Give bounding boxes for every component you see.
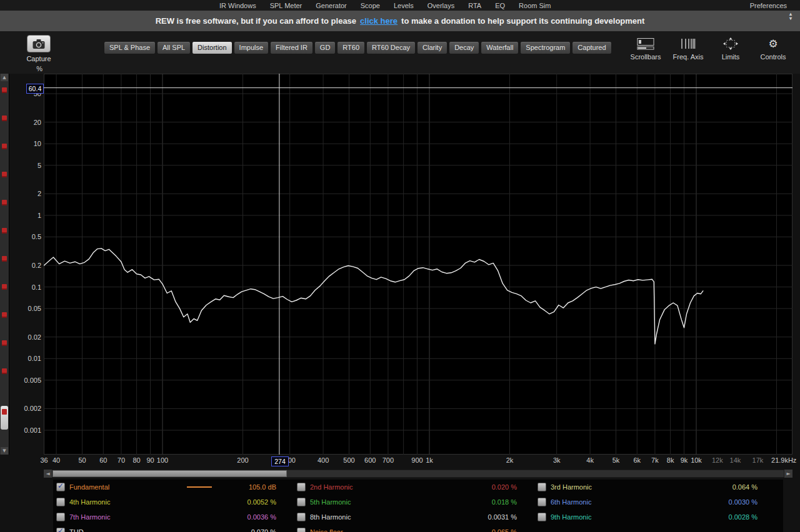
legend-checkbox-3rd-harmonic[interactable] bbox=[538, 483, 546, 491]
x-axis-label: 12k bbox=[712, 456, 723, 464]
legend-checkbox-2nd-harmonic[interactable] bbox=[297, 483, 306, 491]
tool-scrollbars[interactable]: Scrollbars bbox=[626, 36, 665, 61]
legend-label: 7th Harmonic bbox=[69, 513, 110, 521]
tab-decay[interactable]: Decay bbox=[449, 41, 479, 54]
tab-spectrogram[interactable]: Spectrogram bbox=[520, 41, 571, 54]
legend-label: 5th Harmonic bbox=[310, 498, 351, 506]
legend-line-swatch bbox=[187, 486, 212, 488]
left-scrollbar-thumb[interactable] bbox=[1, 406, 8, 430]
menu-item-generator[interactable]: Generator bbox=[309, 2, 354, 9]
donation-banner: REW is free software, but if you can aff… bbox=[0, 11, 800, 31]
legend-entry-thd: ✓THD0.070 % bbox=[53, 525, 294, 532]
x-axis-label: 1k bbox=[426, 456, 433, 464]
menu-item-rta[interactable]: RTA bbox=[461, 2, 488, 9]
legend-entry-4th-harmonic: 4th Harmonic0.0052 % bbox=[53, 495, 294, 510]
legend-checkbox-9th-harmonic[interactable] bbox=[538, 513, 546, 521]
x-axis-label: 17k bbox=[752, 456, 764, 464]
legend-panel: ✓Fundamental105.0 dB2nd Harmonic0.020 %3… bbox=[53, 480, 783, 532]
tab-gd[interactable]: GD bbox=[314, 41, 336, 54]
tool-controls[interactable]: ⚙Controls bbox=[754, 36, 792, 61]
capture-label: Capture bbox=[24, 55, 54, 62]
checkmark-icon: ✓ bbox=[58, 481, 64, 490]
scroll-down-arrow-icon[interactable]: ▼ bbox=[1, 447, 8, 455]
scroll-left-arrow-icon[interactable]: ◄ bbox=[44, 470, 52, 478]
legend-checkbox-7th-harmonic[interactable] bbox=[56, 513, 65, 521]
legend-checkbox-noise-floor[interactable] bbox=[297, 528, 306, 532]
x-axis-label: 2k bbox=[506, 456, 514, 464]
measurement-marker[interactable] bbox=[2, 340, 7, 346]
x-axis-label: 60 bbox=[99, 456, 107, 464]
menu-item-spl-meter[interactable]: SPL Meter bbox=[263, 2, 309, 9]
legend-entry-3rd-harmonic: 3rd Harmonic0.064 % bbox=[534, 480, 775, 495]
y-axis-label: 0.5 bbox=[32, 233, 41, 240]
measurement-marker[interactable] bbox=[2, 256, 7, 262]
legend-row: 7th Harmonic0.0036 %8th Harmonic0.0031 %… bbox=[53, 510, 783, 525]
measurement-marker[interactable] bbox=[2, 172, 7, 177]
h-scrollbar-track[interactable] bbox=[52, 470, 784, 478]
tool-limits[interactable]: Limits bbox=[711, 36, 750, 61]
y-axis-label: 0.01 bbox=[28, 355, 41, 362]
menu-item-preferences[interactable]: Preferences bbox=[743, 2, 794, 9]
measurement-marker[interactable] bbox=[2, 228, 7, 234]
y-cursor-readout: 60.4 bbox=[26, 84, 44, 94]
measurement-marker[interactable] bbox=[2, 200, 7, 205]
y-axis: 5020105210.50.20.10.050.020.010.0050.002… bbox=[10, 74, 42, 455]
limits-icon bbox=[711, 36, 750, 51]
x-axis-label: 400 bbox=[318, 456, 329, 464]
tab-rt60-decay[interactable]: RT60 Decay bbox=[366, 41, 416, 54]
tab-waterfall[interactable]: Waterfall bbox=[481, 41, 519, 54]
tab-rt60[interactable]: RT60 bbox=[337, 41, 365, 54]
legend-checkbox-4th-harmonic[interactable] bbox=[56, 498, 65, 506]
tab-impulse[interactable]: Impulse bbox=[234, 41, 269, 54]
x-axis-label: 6k bbox=[633, 456, 641, 464]
tab-clarity[interactable]: Clarity bbox=[417, 41, 448, 54]
measurement-marker[interactable] bbox=[2, 116, 7, 121]
legend-label: Noise floor bbox=[310, 528, 343, 532]
menu-item-ir-windows[interactable]: IR Windows bbox=[212, 2, 263, 9]
x-axis-label: 50 bbox=[78, 456, 86, 464]
menu-item-overlays[interactable]: Overlays bbox=[421, 2, 461, 9]
tab-filtered-ir[interactable]: Filtered IR bbox=[270, 41, 313, 54]
y-axis-label: 0.05 bbox=[28, 305, 41, 312]
menu-item-room-sim[interactable]: Room Sim bbox=[512, 2, 558, 9]
legend-row: ✓THD0.070 %Noise floor0.065 % bbox=[53, 525, 783, 532]
tab-all-spl[interactable]: All SPL bbox=[157, 41, 191, 54]
tab-captured[interactable]: Captured bbox=[572, 41, 611, 54]
legend-row: ✓Fundamental105.0 dB2nd Harmonic0.020 %3… bbox=[53, 480, 783, 495]
graph-tabs: SPL & PhaseAll SPLDistortionImpulseFilte… bbox=[104, 41, 613, 54]
x-cursor-readout: 274 bbox=[271, 456, 289, 466]
left-scrollbar[interactable]: ▲▼ bbox=[0, 74, 9, 455]
tab-spl-phase[interactable]: SPL & Phase bbox=[104, 41, 156, 54]
legend-checkbox-6th-harmonic[interactable] bbox=[538, 498, 546, 506]
legend-label: Fundamental bbox=[69, 483, 109, 491]
collapse-banner-icon[interactable]: ▴▾ bbox=[786, 12, 795, 21]
menu-item-scope[interactable]: Scope bbox=[354, 2, 387, 9]
scroll-right-arrow-icon[interactable]: ► bbox=[784, 470, 792, 478]
x-axis-label: 3k bbox=[553, 456, 561, 464]
distortion-plot[interactable] bbox=[44, 74, 792, 455]
donation-link[interactable]: click here bbox=[360, 16, 398, 26]
banner-text-suffix: to make a donation to help support its c… bbox=[401, 16, 644, 26]
capture-button[interactable]: Capture bbox=[24, 35, 54, 62]
h-scrollbar-thumb[interactable] bbox=[52, 470, 287, 477]
legend-checkbox-fundamental[interactable]: ✓ bbox=[56, 483, 65, 491]
measurement-marker[interactable] bbox=[2, 368, 7, 374]
legend-checkbox-thd[interactable]: ✓ bbox=[56, 528, 65, 532]
menu-item-eq[interactable]: EQ bbox=[488, 2, 512, 9]
legend-checkbox-8th-harmonic[interactable] bbox=[297, 513, 306, 521]
menu-item-levels[interactable]: Levels bbox=[387, 2, 421, 9]
tool-freq-axis[interactable]: Freq. Axis bbox=[669, 36, 708, 61]
legend-checkbox-5th-harmonic[interactable] bbox=[297, 498, 306, 506]
menu-items: IR WindowsSPL MeterGeneratorScopeLevelsO… bbox=[212, 2, 558, 9]
x-axis-label: 5k bbox=[612, 456, 620, 464]
measurement-marker[interactable] bbox=[2, 312, 7, 318]
scroll-up-arrow-icon[interactable]: ▲ bbox=[1, 74, 8, 81]
measurement-marker[interactable] bbox=[2, 284, 7, 290]
tab-distortion[interactable]: Distortion bbox=[192, 41, 232, 54]
menu-bar: IR WindowsSPL MeterGeneratorScopeLevelsO… bbox=[0, 0, 800, 11]
measurement-marker[interactable] bbox=[2, 144, 7, 149]
y-axis-label: 10 bbox=[34, 140, 41, 147]
measurement-marker[interactable] bbox=[2, 87, 7, 93]
x-axis-label: 90 bbox=[146, 456, 154, 464]
x-axis-label: 500 bbox=[343, 456, 354, 464]
